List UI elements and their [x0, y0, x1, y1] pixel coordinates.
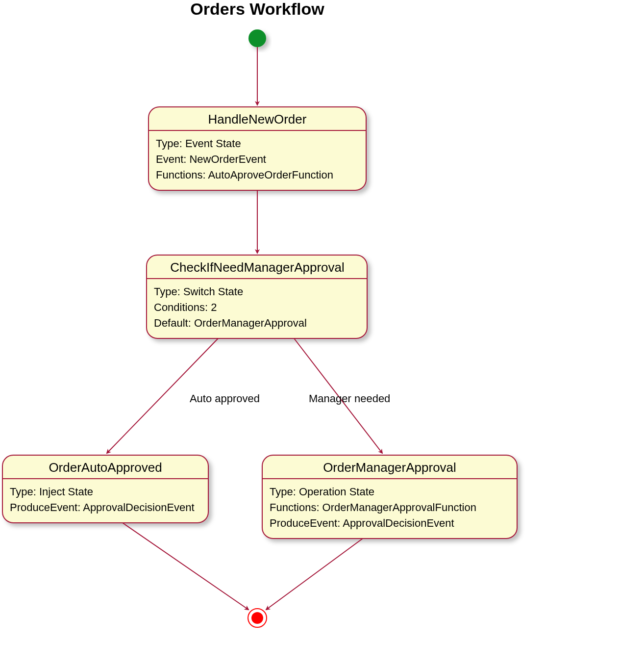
state-check-approval: CheckIfNeedManagerApproval Type: Switch … [147, 255, 367, 338]
state-line: Default: OrderManagerApproval [154, 317, 307, 329]
state-handle-new-order: HandleNewOrder Type: Event State Event: … [149, 107, 366, 190]
state-line: Event: NewOrderEvent [156, 153, 266, 165]
edge-label-manager: Manager needed [309, 392, 390, 405]
edge-auto-to-end [123, 523, 248, 610]
state-line: Type: Switch State [154, 285, 243, 298]
state-line: Type: Inject State [10, 486, 93, 498]
state-title-check: CheckIfNeedManagerApproval [170, 260, 345, 275]
diagram-canvas: Orders Workflow HandleNewOrder Type: Eve… [0, 0, 644, 668]
edge-label-auto: Auto approved [190, 392, 260, 405]
state-line: Functions: OrderManagerApprovalFunction [270, 501, 476, 514]
end-node [248, 609, 267, 627]
state-manager-approval: OrderManagerApproval Type: Operation Sta… [262, 455, 517, 539]
svg-point-9 [251, 612, 263, 624]
state-line: Conditions: 2 [154, 301, 217, 313]
state-title-handle: HandleNewOrder [208, 112, 307, 127]
state-line: ProduceEvent: ApprovalDecisionEvent [270, 517, 454, 529]
state-line: Functions: AutoAproveOrderFunction [156, 169, 333, 181]
start-node [248, 29, 266, 47]
state-auto-approved: OrderAutoApproved Type: Inject State Pro… [2, 455, 208, 523]
diagram-title: Orders Workflow [190, 0, 324, 18]
state-line: Type: Event State [156, 137, 241, 150]
edge-manager-to-end [266, 539, 363, 610]
state-line: Type: Operation State [270, 486, 374, 498]
state-title-auto: OrderAutoApproved [49, 460, 162, 475]
state-line: ProduceEvent: ApprovalDecisionEvent [10, 501, 195, 514]
state-title-manager: OrderManagerApproval [323, 460, 456, 475]
